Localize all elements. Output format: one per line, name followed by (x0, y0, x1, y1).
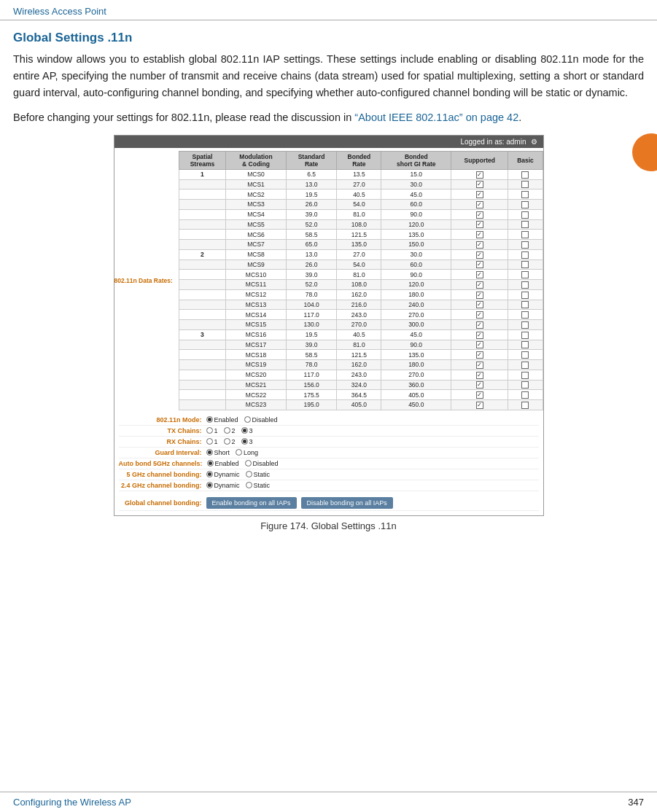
supported-checkbox[interactable] (476, 341, 483, 348)
supported-checkbox[interactable] (476, 332, 483, 339)
radio-button[interactable] (241, 438, 248, 445)
about-link[interactable]: “About IEEE 802.11ac” on page 42 (354, 112, 518, 123)
cell-supported[interactable] (451, 230, 508, 240)
basic-checkbox[interactable] (521, 171, 529, 179)
basic-checkbox[interactable] (521, 271, 529, 278)
supported-checkbox[interactable] (476, 241, 483, 249)
radio-button[interactable] (206, 471, 213, 477)
cell-supported[interactable] (451, 179, 508, 190)
supported-checkbox[interactable] (476, 171, 483, 179)
cell-supported[interactable] (451, 310, 508, 320)
cell-basic[interactable] (508, 280, 543, 290)
radio-item[interactable]: Enabled (207, 460, 239, 467)
enable-bonding-button[interactable]: Enable bonding on all IAPs (206, 497, 297, 509)
cell-basic[interactable] (508, 350, 543, 360)
supported-checkbox[interactable] (476, 381, 483, 389)
cell-basic[interactable] (508, 230, 543, 240)
basic-checkbox[interactable] (521, 181, 529, 188)
radio-button[interactable] (236, 449, 242, 456)
supported-checkbox[interactable] (476, 191, 483, 198)
cell-supported[interactable] (451, 200, 508, 210)
supported-checkbox[interactable] (476, 231, 483, 238)
radio-item[interactable]: Disabled (244, 416, 278, 423)
radio-item[interactable]: Enabled (206, 416, 238, 423)
basic-checkbox[interactable] (521, 381, 529, 389)
radio-button[interactable] (206, 416, 213, 423)
radio-button[interactable] (244, 416, 251, 423)
cell-basic[interactable] (508, 200, 543, 210)
cell-supported[interactable] (451, 219, 508, 230)
cell-supported[interactable] (451, 340, 508, 350)
supported-checkbox[interactable] (476, 181, 483, 188)
cell-basic[interactable] (508, 259, 543, 270)
cell-basic[interactable] (508, 169, 543, 179)
supported-checkbox[interactable] (476, 292, 483, 299)
supported-checkbox[interactable] (476, 321, 483, 329)
basic-checkbox[interactable] (521, 321, 529, 329)
supported-checkbox[interactable] (476, 251, 483, 259)
basic-checkbox[interactable] (521, 261, 529, 268)
basic-checkbox[interactable] (521, 341, 529, 348)
disable-bonding-button[interactable]: Disable bonding on all IAPs (301, 497, 393, 509)
cell-supported[interactable] (451, 390, 508, 400)
cell-supported[interactable] (451, 249, 508, 259)
supported-checkbox[interactable] (476, 221, 483, 228)
supported-checkbox[interactable] (476, 211, 483, 219)
radio-button[interactable] (224, 427, 230, 434)
cell-supported[interactable] (451, 329, 508, 340)
radio-button[interactable] (245, 460, 252, 466)
radio-button[interactable] (206, 427, 213, 434)
cell-supported[interactable] (451, 350, 508, 360)
basic-checkbox[interactable] (521, 241, 529, 249)
radio-item[interactable]: 3 (241, 438, 253, 445)
basic-checkbox[interactable] (521, 311, 529, 319)
cell-supported[interactable] (451, 259, 508, 270)
radio-item[interactable]: Static (246, 482, 271, 489)
cell-basic[interactable] (508, 310, 543, 320)
cell-supported[interactable] (451, 380, 508, 390)
cell-basic[interactable] (508, 179, 543, 190)
cell-supported[interactable] (451, 190, 508, 200)
cell-basic[interactable] (508, 320, 543, 330)
radio-button[interactable] (206, 482, 213, 488)
supported-checkbox[interactable] (476, 372, 483, 379)
cell-supported[interactable] (451, 300, 508, 310)
cell-supported[interactable] (451, 360, 508, 370)
basic-checkbox[interactable] (521, 281, 529, 289)
radio-button[interactable] (207, 460, 214, 466)
cell-basic[interactable] (508, 390, 543, 400)
cell-supported[interactable] (451, 370, 508, 380)
supported-checkbox[interactable] (476, 301, 483, 308)
basic-checkbox[interactable] (521, 191, 529, 198)
radio-item[interactable]: Short (206, 449, 230, 456)
cell-basic[interactable] (508, 209, 543, 219)
cell-basic[interactable] (508, 329, 543, 340)
basic-checkbox[interactable] (521, 351, 529, 359)
cell-supported[interactable] (451, 280, 508, 290)
basic-checkbox[interactable] (521, 362, 529, 369)
radio-item[interactable]: Dynamic (206, 471, 240, 478)
radio-item[interactable]: 1 (206, 427, 218, 434)
supported-checkbox[interactable] (476, 271, 483, 278)
radio-button[interactable] (241, 427, 248, 434)
radio-item[interactable]: Disabled (245, 460, 279, 467)
cell-basic[interactable] (508, 240, 543, 250)
basic-checkbox[interactable] (521, 372, 529, 379)
supported-checkbox[interactable] (476, 311, 483, 319)
radio-item[interactable]: 2 (224, 427, 236, 434)
supported-checkbox[interactable] (476, 201, 483, 208)
supported-checkbox[interactable] (476, 351, 483, 359)
basic-checkbox[interactable] (521, 211, 529, 219)
radio-item[interactable]: Dynamic (206, 482, 240, 489)
cell-supported[interactable] (451, 240, 508, 250)
radio-item[interactable]: 2 (224, 438, 236, 445)
cell-supported[interactable] (451, 270, 508, 280)
radio-item[interactable]: 3 (241, 427, 253, 434)
supported-checkbox[interactable] (476, 402, 483, 409)
radio-button[interactable] (246, 471, 252, 477)
cell-basic[interactable] (508, 289, 543, 300)
basic-checkbox[interactable] (521, 292, 529, 299)
cell-basic[interactable] (508, 300, 543, 310)
cell-basic[interactable] (508, 380, 543, 390)
cell-basic[interactable] (508, 190, 543, 200)
